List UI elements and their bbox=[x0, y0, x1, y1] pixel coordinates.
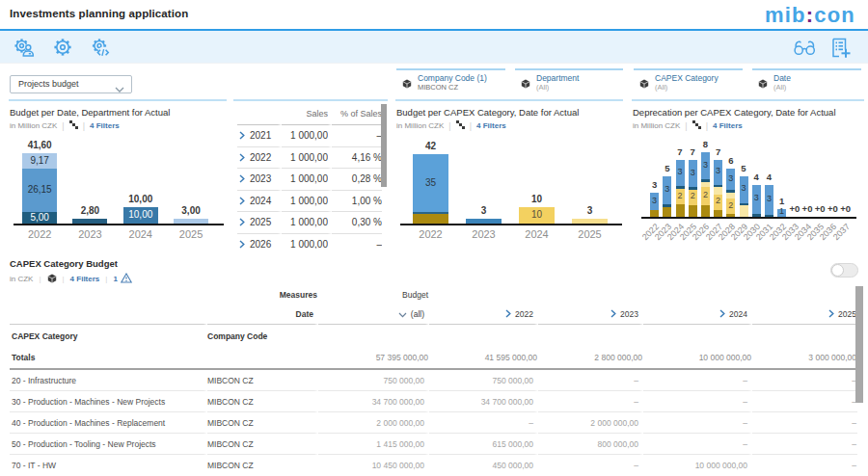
capex-table-row: 70 - IT - HWMIBCON CZ10 450 000,00450 00… bbox=[10, 455, 857, 475]
warning-icon[interactable] bbox=[121, 273, 132, 285]
year-cell[interactable]: 2021 bbox=[237, 125, 282, 147]
chip-label: Company Code (1) bbox=[418, 73, 487, 83]
bar-segment[interactable] bbox=[572, 219, 608, 224]
bar-segment[interactable] bbox=[726, 214, 735, 217]
capex-category-cell[interactable]: 30 - Production - Machines - New Project… bbox=[10, 391, 207, 412]
bar-segment[interactable] bbox=[676, 186, 685, 189]
bar-segment[interactable] bbox=[726, 193, 735, 198]
dimension-cube-icon bbox=[521, 75, 530, 93]
bar-total-label: 1 bbox=[779, 196, 784, 206]
bar-total-label: 3,00 bbox=[181, 205, 200, 216]
capex-category-cell[interactable]: 40 - Production - Machines - Replacement bbox=[10, 412, 207, 434]
developer-settings-gear-icon[interactable] bbox=[90, 36, 113, 59]
toolbar bbox=[0, 31, 868, 63]
warning-count[interactable]: 1 bbox=[113, 275, 117, 283]
bar-segment[interactable] bbox=[714, 185, 722, 188]
bar-segment[interactable] bbox=[466, 219, 502, 224]
bar-total-label: +0 bbox=[827, 203, 838, 214]
filter-chip-capex-category[interactable]: CAPEX Category(All) bbox=[634, 68, 743, 95]
capex-table-row: 20 - InfrastructureMIBCON CZ750 000,0075… bbox=[10, 370, 857, 391]
company-code-cell[interactable]: MIBCON CZ bbox=[207, 391, 318, 412]
bar-segment[interactable] bbox=[689, 187, 697, 190]
capex-category-column-header[interactable]: CAPEX Category bbox=[10, 325, 207, 347]
year-cell[interactable]: 2022 bbox=[237, 147, 282, 170]
totals-label: Totals bbox=[10, 347, 207, 370]
year-header-2023[interactable]: 2023 bbox=[538, 304, 643, 325]
bar-segment[interactable] bbox=[701, 182, 710, 187]
company-code-cell[interactable]: MIBCON CZ bbox=[207, 455, 318, 475]
capex-budget-table: Measures Budget Date (all) 2022 2023 202… bbox=[10, 285, 857, 475]
budget-value-cell: 750 000,00 bbox=[318, 370, 429, 391]
tile-budget-per-capex: Budget per CAPEX Category, Date for Actu… bbox=[395, 99, 623, 249]
segment-label: 2 bbox=[728, 200, 733, 210]
sales-table-header: Sales % of Sales bbox=[237, 103, 382, 125]
bar-segment[interactable] bbox=[676, 204, 685, 217]
filter-chip-date[interactable]: Date(All) bbox=[752, 68, 861, 95]
sales-table-row: 20251 000,000,30 % bbox=[237, 212, 382, 234]
year-cell[interactable]: 2024 bbox=[237, 191, 282, 213]
capex-category-cell[interactable]: 70 - IT - HW bbox=[10, 455, 207, 475]
capex-budget-section-header: CAPEX Category Budget bbox=[10, 258, 118, 269]
settings-gear-icon[interactable] bbox=[51, 36, 74, 59]
year-header-2025[interactable]: 2025 bbox=[752, 304, 857, 325]
bar-segment[interactable] bbox=[663, 204, 671, 207]
company-code-column-header[interactable]: Company Code bbox=[207, 325, 318, 347]
budget-value-cell: 10 000 000,00 bbox=[643, 455, 752, 475]
company-code-cell[interactable]: MIBCON CZ bbox=[207, 434, 318, 455]
toggle-switch[interactable] bbox=[830, 263, 858, 278]
year-cell[interactable]: 2025 bbox=[237, 212, 282, 234]
capex-table-scrollbar[interactable] bbox=[855, 286, 863, 403]
filter-chip-department[interactable]: Department(All) bbox=[515, 68, 623, 95]
budget-measure-header[interactable]: Budget bbox=[318, 285, 429, 304]
bar-segment[interactable] bbox=[752, 214, 761, 217]
user-settings-gear-icon[interactable] bbox=[13, 36, 36, 59]
bar-segment[interactable] bbox=[413, 214, 448, 224]
budget-value-cell: – bbox=[538, 391, 643, 412]
totals-2024: 10 000 000,00 bbox=[643, 347, 752, 370]
bar-segment[interactable] bbox=[714, 210, 722, 217]
bar-segment[interactable] bbox=[72, 219, 107, 224]
year-header-2024[interactable]: 2024 bbox=[643, 304, 752, 325]
filter-chip-company-code-1[interactable]: Company Code (1)MIBCON CZ bbox=[396, 68, 505, 95]
bar-segment[interactable] bbox=[740, 203, 748, 206]
company-code-cell[interactable]: MIBCON CZ bbox=[207, 370, 318, 391]
x-axis-label: 2023 bbox=[472, 228, 495, 240]
company-code-cell[interactable]: MIBCON CZ bbox=[207, 412, 318, 434]
sales-table: Sales % of Sales 20211 000,00–20221 000,… bbox=[237, 103, 382, 249]
budget-value-cell: – bbox=[643, 412, 752, 434]
bar-segment[interactable] bbox=[726, 190, 735, 193]
bar-segment[interactable] bbox=[740, 205, 748, 217]
chip-label: Department bbox=[536, 73, 579, 83]
capex-category-cell[interactable]: 50 - Production - Tooling - New Projects bbox=[10, 434, 207, 455]
x-axis-label: 2022 bbox=[419, 228, 442, 240]
year-cell[interactable]: 2023 bbox=[237, 169, 282, 191]
date-all-header[interactable]: (all) bbox=[318, 304, 429, 325]
bar-segment[interactable] bbox=[174, 219, 208, 224]
bar-segment[interactable] bbox=[714, 187, 722, 195]
capex-category-cell[interactable]: 20 - Infrastructure bbox=[10, 370, 207, 391]
form-add-icon[interactable] bbox=[829, 37, 853, 60]
bar-segment[interactable] bbox=[413, 212, 448, 214]
bar-segment[interactable] bbox=[663, 207, 671, 217]
bar-segment[interactable] bbox=[701, 179, 710, 182]
view-selector-dropdown[interactable]: Projects budget bbox=[10, 75, 132, 93]
bar-total-label: 3 bbox=[652, 179, 657, 190]
bar-total-label: 2,80 bbox=[81, 205, 99, 216]
bar-total-label: 6 bbox=[728, 155, 733, 166]
glasses-icon[interactable] bbox=[793, 40, 816, 63]
bar-segment[interactable] bbox=[701, 205, 710, 217]
year-header-2022[interactable]: 2022 bbox=[429, 304, 538, 325]
bar-segment[interactable] bbox=[689, 205, 697, 217]
budget-value-cell: 450 000,00 bbox=[429, 455, 538, 475]
sales-table-scrollbar[interactable] bbox=[381, 104, 387, 187]
dimension-cube-icon[interactable] bbox=[47, 274, 57, 285]
bar-total-label: 42 bbox=[425, 141, 436, 151]
budget-value-cell: 800 000,00 bbox=[538, 434, 643, 455]
bar-segment[interactable] bbox=[765, 215, 773, 217]
year-cell[interactable]: 2026 bbox=[237, 234, 282, 250]
bar-segment[interactable] bbox=[650, 210, 659, 217]
budget-per-capex-chart: 35422022320231010202432025 bbox=[395, 101, 623, 249]
table-filters-link[interactable]: 4 Filters bbox=[70, 275, 100, 283]
measures-header-row: Measures Budget bbox=[10, 285, 857, 304]
mibcon-logo: mib:con bbox=[765, 3, 855, 28]
